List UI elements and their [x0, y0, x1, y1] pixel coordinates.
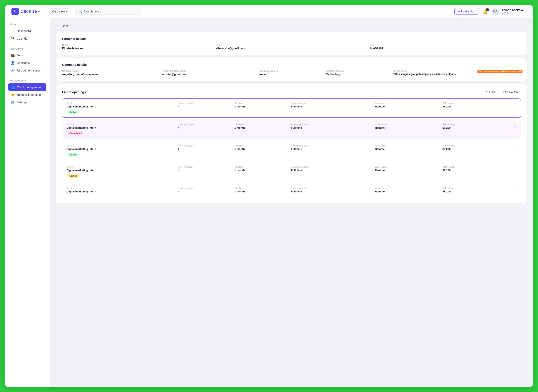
col-job-title: Job title Digital marketing intern [67, 145, 176, 150]
col-job-title: Job title Digital marketing intern [67, 166, 176, 172]
chevron-down-icon: ▾ [66, 10, 67, 13]
avatar: OA [492, 8, 499, 15]
sidebar-section-management: Management 👥 Client management 🤝 Team co… [8, 79, 46, 106]
notification-button[interactable]: 🔔 0 [483, 9, 488, 14]
work-mode-value: Remote [375, 105, 441, 108]
company-details-grid: Company name Angular group of companies … [62, 70, 521, 76]
opening-row-grid: Job title Digital marketing intern No of… [67, 145, 517, 150]
team-collaboration-icon: 🤝 [11, 93, 15, 97]
col-work-mode-label: Work mode [375, 187, 441, 189]
col-employment-type-label: Employment type [291, 187, 373, 189]
sidebar-item-label: Candidate [17, 61, 30, 65]
back-button[interactable]: ← Back [57, 24, 68, 28]
address-value: Ireland [259, 73, 324, 76]
salary-range-value: $8,200 [443, 190, 508, 193]
col-job-title-label: Job title [67, 102, 176, 104]
sidebar-item-settings[interactable]: ⚙️ Settings [8, 98, 46, 106]
timeline-value: 1 month [234, 169, 289, 172]
user-area[interactable]: OA Ololade Adekoye Recruiter ▾ [492, 8, 527, 15]
back-arrow-icon: ← [57, 24, 60, 28]
opening-row[interactable]: Job title Digital marketing intern No of… [62, 162, 521, 181]
opening-row-grid: Job title Digital marketing intern No of… [67, 187, 517, 193]
col-job-title: Job title Digital marketing intern [67, 187, 176, 193]
row-action-icon[interactable]: ⊙ [510, 166, 517, 170]
chevron-down-icon: ▾ [525, 10, 527, 13]
col-job-title-label: Job title [67, 145, 176, 147]
col-timeline-label: Timeline [234, 123, 289, 126]
employment-type-value: Full time [291, 148, 373, 150]
openings-actions: ⊻ Filter + Post a Job [483, 89, 521, 95]
row-action-icon[interactable]: ⊙ [510, 123, 517, 128]
view-selector[interactable]: Card view ▾ [49, 8, 71, 14]
field-address: Company address Ireland [259, 70, 324, 76]
sidebar-item-team-collaboration[interactable]: 🤝 Team collaboration [8, 91, 46, 98]
company-name-label: Company name [62, 70, 158, 72]
sidebar-item-label: Recruitment status [17, 69, 41, 72]
col-salary-range: Salary range $8,200 [443, 187, 508, 193]
sidebar-item-calendar[interactable]: 📅 Calendar [8, 35, 46, 42]
sidebar: Main ⊞ Dashboard 📅 Calendar Recruiting 💼… [5, 18, 50, 387]
sidebar-item-dashboard[interactable]: ⊞ Dashboard [8, 27, 46, 35]
view-selector-label: Card view [52, 10, 65, 13]
col-salary-range-label: Salary range [443, 145, 508, 147]
col-work-mode: Work mode Remote [375, 166, 441, 172]
row-action-icon[interactable]: ⊙ [510, 102, 517, 107]
sidebar-item-label: Settings [17, 101, 27, 104]
employees-value: 4 [178, 190, 233, 193]
recruitment-email-label: Recruitment update email [161, 70, 257, 72]
sidebar-section-recruiting-label: Recruiting [8, 47, 46, 50]
filter-label: Filter [489, 90, 495, 93]
col-work-mode-label: Work mode [375, 123, 441, 126]
col-timeline: Timeline 1 month [234, 145, 289, 150]
logo-area: C Clichire✓ [11, 8, 44, 15]
col-employment-type-label: Employment type [291, 123, 373, 126]
sidebar-item-jobs[interactable]: 💼 Jobs [8, 51, 46, 59]
post-a-job-button[interactable]: + Post a Job [500, 89, 521, 95]
col-employment-type: Employment type Full time [291, 102, 373, 108]
salary-range-value: $8,200 [443, 126, 508, 129]
status-badge: Active [67, 110, 80, 114]
opening-row[interactable]: Job title Digital marketing intern No of… [62, 98, 521, 118]
opening-row-grid: Job title Digital marketing intern No of… [67, 102, 517, 108]
email-label: Email [216, 44, 367, 46]
sidebar-item-client-management[interactable]: 👥 Client management [8, 83, 46, 91]
sidebar-item-label: Jobs [17, 54, 23, 57]
calendar-icon: 📅 [11, 37, 15, 40]
sidebar-item-candidate[interactable]: 👤 Candidate [8, 59, 46, 67]
field-posting-link: Job posting link "https://angulargroupof… [393, 70, 521, 76]
col-employment-type: Employment type Full time [291, 123, 373, 129]
col-job-title-label: Job title [67, 123, 176, 126]
opening-row[interactable]: Job title Digital marketing intern No of… [62, 120, 521, 139]
col-employees-label: No of employee [178, 102, 233, 104]
col-timeline: Timeline 1 month [234, 102, 289, 108]
date-value: 14/08/2024 [370, 47, 521, 50]
opening-row[interactable]: Job title Digital marketing intern No of… [62, 183, 521, 196]
job-title-value: Digital marketing intern [67, 190, 176, 193]
search-input[interactable] [84, 10, 138, 13]
col-work-mode-label: Work mode [375, 166, 441, 168]
email-value: elizaworke@gmail.com [216, 47, 367, 50]
work-mode-value: Remote [375, 148, 441, 150]
timeline-value: 1 month [234, 190, 289, 193]
post-job-header-button[interactable]: + Post a Job [454, 8, 479, 15]
logo-text: Clichire✓ [20, 9, 41, 14]
col-employees: No of employee 4 [178, 102, 233, 108]
openings-header: List of openings ⊻ Filter + Post a Job [62, 89, 521, 95]
col-timeline-label: Timeline [234, 145, 289, 147]
openings-title: List of openings [62, 90, 86, 94]
col-employment-type: Employment type Full time [291, 187, 373, 193]
job-title-value: Digital marketing intern [67, 105, 176, 108]
col-employees-label: No of employee [178, 145, 233, 147]
row-action-icon[interactable]: ⊙ [510, 187, 517, 191]
employment-type-value: Full time [291, 126, 373, 129]
filter-button[interactable]: ⊻ Filter [483, 89, 498, 95]
employees-value: 4 [178, 169, 233, 172]
row-action-icon[interactable]: ⊙ [510, 145, 517, 149]
col-job-title: Job title Digital marketing intern [67, 102, 176, 108]
opening-row[interactable]: Job title Digital marketing intern No of… [62, 141, 521, 160]
col-timeline: Timeline 1 month [234, 123, 289, 129]
user-info: Ololade Adekoye Recruiter [500, 8, 524, 14]
filter-icon: ⊻ [486, 90, 488, 93]
sidebar-item-recruitment-status[interactable]: 🔗 Recruitment status [8, 67, 46, 74]
timeline-value: 1 month [234, 148, 289, 150]
